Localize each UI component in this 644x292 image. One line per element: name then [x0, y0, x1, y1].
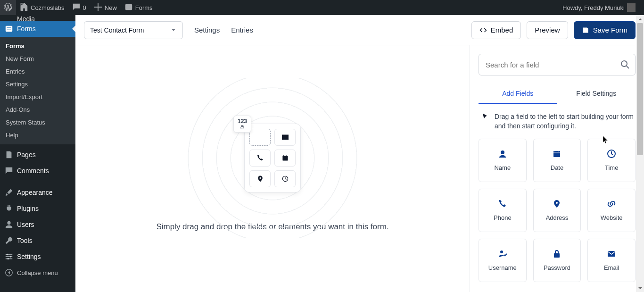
svg-point-10 — [7, 258, 9, 260]
field-date[interactable]: Date — [533, 139, 581, 182]
envelope-icon — [607, 249, 616, 259]
scrollbar-thumb[interactable] — [637, 23, 643, 155]
location-icon — [552, 199, 561, 209]
collapse-menu[interactable]: Collapse menu — [0, 265, 75, 281]
svg-point-8 — [7, 254, 8, 256]
entries-link[interactable]: Entries — [231, 26, 253, 34]
search-input[interactable] — [479, 54, 636, 75]
tab-add-fields[interactable]: Add Fields — [479, 84, 557, 104]
submenu-entries[interactable]: Entries — [0, 65, 75, 78]
field-password[interactable]: Password — [533, 239, 581, 282]
svg-rect-21 — [554, 253, 560, 258]
field-label: Password — [544, 264, 570, 271]
brush-icon — [5, 188, 13, 197]
search-icon — [620, 60, 630, 69]
submenu-settings[interactable]: Settings — [0, 78, 75, 91]
field-name[interactable]: Name — [479, 139, 527, 182]
calendar-icon — [552, 149, 561, 159]
menu-item-pages[interactable]: Pages — [0, 147, 75, 163]
lock-icon — [552, 249, 561, 259]
mini-email — [274, 129, 296, 146]
save-icon — [582, 26, 589, 34]
tab-field-settings[interactable]: Field Settings — [557, 84, 636, 104]
menu-label-users: Users — [17, 221, 34, 228]
save-button[interactable]: Save Form — [574, 21, 636, 39]
svg-rect-3 — [7, 29, 11, 29]
svg-point-16 — [621, 61, 627, 67]
new-label: New — [105, 4, 117, 11]
sliders-icon — [5, 252, 13, 261]
menu-item-forms[interactable]: Forms — [0, 21, 75, 37]
admin-sidebar: Media Forms Forms New Form Entries Setti… — [0, 15, 75, 292]
mini-location — [249, 170, 271, 187]
user-check-icon — [498, 249, 507, 259]
new-content-link[interactable]: New — [90, 0, 121, 15]
field-username[interactable]: Username — [479, 239, 527, 282]
clock-icon — [607, 149, 616, 159]
scroll-up-arrow[interactable] — [636, 15, 644, 23]
field-website[interactable]: Website — [587, 189, 636, 232]
main-content: Test Contact Form Settings Entries Embed… — [75, 15, 644, 292]
menu-label-forms: Forms — [17, 25, 36, 33]
menu-item-comments[interactable]: Comments — [0, 163, 75, 179]
user-icon — [5, 220, 13, 229]
admin-bar: Cozmoslabs 0 New Forms Howdy, Freddy Mur… — [0, 0, 644, 15]
code-icon — [479, 26, 487, 34]
form-toolbar: Test Contact Form Settings Entries Embed… — [75, 15, 644, 45]
comments-link[interactable]: 0 — [68, 0, 90, 15]
menu-item-users[interactable]: Users — [0, 217, 75, 233]
menu-label-comments: Comments — [17, 167, 49, 175]
form-name: Test Contact Form — [90, 26, 144, 34]
menu-item-media[interactable]: Media — [0, 15, 75, 21]
settings-link[interactable]: Settings — [194, 26, 220, 34]
link-icon — [607, 199, 616, 209]
menu-label-appearance: Appearance — [17, 189, 53, 196]
my-account[interactable]: Howdy, Freddy Muriuki — [559, 0, 639, 15]
menu-item-plugins[interactable]: Plugins — [0, 200, 75, 217]
forms-icon — [5, 25, 13, 33]
form-canvas[interactable]: 123 Simply drag and drop the fields or e… — [75, 45, 470, 292]
submenu-addons[interactable]: Add-Ons — [0, 103, 75, 116]
panel-tabs: Add Fields Field Settings — [479, 84, 636, 104]
field-label: Website — [601, 214, 623, 221]
submenu-import-export[interactable]: Import/Export — [0, 91, 75, 103]
person-icon — [498, 149, 507, 159]
page-scrollbar[interactable] — [636, 15, 644, 292]
forms-top-link[interactable]: Forms — [121, 0, 157, 15]
svg-rect-12 — [282, 135, 288, 140]
embed-button[interactable]: Embed — [471, 21, 521, 39]
wp-logo[interactable] — [0, 0, 16, 15]
scroll-down-arrow[interactable] — [636, 284, 644, 292]
field-time[interactable]: Time — [587, 139, 636, 182]
preview-button[interactable]: Preview — [527, 21, 568, 39]
menu-label-plugins: Plugins — [17, 205, 39, 212]
hint-text: Drag a field to the left to start buildi… — [495, 112, 636, 131]
menu-item-appearance[interactable]: Appearance — [0, 184, 75, 200]
collapse-label: Collapse menu — [17, 269, 58, 276]
submenu-help[interactable]: Help — [0, 129, 75, 142]
submenu-forms[interactable]: Forms — [0, 40, 75, 52]
submenu-new-form[interactable]: New Form — [0, 52, 75, 65]
save-label: Save Form — [593, 26, 627, 34]
comments-count: 0 — [83, 4, 86, 11]
field-address[interactable]: Address — [533, 189, 581, 232]
embed-label: Embed — [491, 26, 513, 34]
svg-rect-22 — [608, 251, 615, 257]
plug-icon — [5, 204, 13, 213]
field-phone[interactable]: Phone — [479, 189, 527, 232]
drop-slot — [249, 129, 271, 146]
menu-item-tools[interactable]: Tools — [0, 233, 75, 249]
forms-submenu: Forms New Form Entries Settings Import/E… — [0, 37, 75, 144]
collapse-icon — [5, 268, 13, 277]
field-email[interactable]: Email — [587, 239, 636, 282]
menu-item-settings[interactable]: Settings — [0, 249, 75, 265]
svg-rect-18 — [553, 151, 560, 157]
site-name-link[interactable]: Cozmoslabs — [16, 0, 68, 15]
drag-chip: 123 — [233, 116, 251, 133]
form-selector[interactable]: Test Contact Form — [84, 21, 183, 39]
svg-rect-2 — [7, 27, 11, 28]
menu-label-tools: Tools — [17, 237, 33, 244]
submenu-system-status[interactable]: System Status — [0, 116, 75, 129]
grab-icon — [239, 125, 245, 130]
field-label: Date — [551, 164, 563, 171]
